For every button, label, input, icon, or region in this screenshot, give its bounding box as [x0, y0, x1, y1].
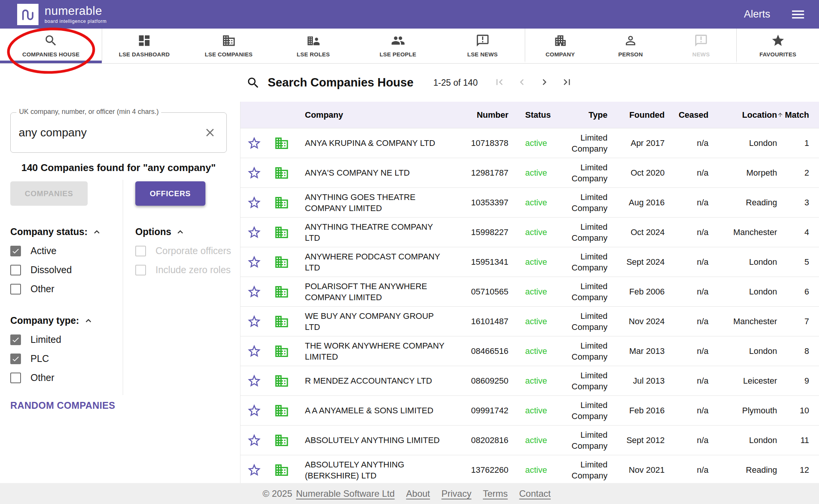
news-icon — [476, 34, 490, 48]
buildings-icon — [274, 433, 289, 448]
table-row[interactable]: WE BUY ANY COMPANY GROUP LTD16101487acti… — [240, 307, 819, 336]
filter-section-title[interactable]: Options — [135, 226, 240, 237]
tab-lse-companies[interactable]: LSE COMPANIES — [186, 29, 271, 63]
next-page-icon[interactable] — [539, 76, 550, 90]
company-building-icon — [268, 373, 295, 389]
col-header-type[interactable]: Type — [554, 109, 607, 120]
table-row[interactable]: ANYTHING THEATRE COMPANY LTD15998227acti… — [240, 218, 819, 247]
filter-plc[interactable]: PLC — [10, 353, 123, 364]
top-bar: numerable board intelligence platform Al… — [0, 0, 819, 29]
company-ceased: n/a — [665, 346, 708, 356]
tab-person[interactable]: PERSON — [595, 29, 666, 63]
filter-dissolved[interactable]: Dissolved — [10, 264, 123, 275]
page-title: Search Companies House — [268, 76, 414, 90]
table-row[interactable]: ANYWHERE PODCAST COMPANY LTD15951341acti… — [240, 247, 819, 277]
filter-limited[interactable]: Limited — [10, 334, 123, 345]
hamburger-menu-icon[interactable] — [790, 6, 806, 22]
table-row[interactable]: ANYA'S COMPANY NE LTD12981787activeLimit… — [240, 158, 819, 188]
company-status: active — [508, 346, 554, 356]
table-row[interactable]: ABSOLUTELY ANYTHING LIMITED08202816activ… — [240, 426, 819, 455]
tab-lse-roles[interactable]: LSE ROLES — [271, 29, 356, 63]
checkbox-plc[interactable] — [10, 354, 21, 364]
table-row[interactable]: POLARISOFT THE ANYWHERE COMPANY LIMITED0… — [240, 277, 819, 307]
checkbox-label: Other — [30, 372, 54, 383]
table-row[interactable]: R MENDEZ ACCOUNTANCY LTD08609250activeLi… — [240, 366, 819, 396]
tab-lse-people[interactable]: LSE PEOPLE — [356, 29, 440, 63]
filter-other[interactable]: Other — [10, 372, 123, 383]
footer-link-contact[interactable]: Contact — [519, 488, 551, 499]
favourite-star-icon[interactable] — [240, 225, 268, 240]
buildings-icon — [274, 225, 289, 240]
favourite-star-icon[interactable] — [240, 433, 268, 448]
col-header-number[interactable]: Number — [451, 110, 508, 120]
company-founded: Feb 2006 — [607, 287, 665, 297]
tab-lse-dashboard[interactable]: LSE DASHBOARD — [102, 29, 186, 63]
clear-search-icon[interactable] — [204, 126, 216, 139]
filter-other[interactable]: Other — [10, 283, 123, 294]
footer-link-privacy[interactable]: Privacy — [441, 488, 471, 499]
company-name: POLARISOFT THE ANYWHERE COMPANY LIMITED — [295, 281, 451, 303]
alerts-button[interactable]: Alerts — [744, 8, 770, 20]
col-header-founded[interactable]: Founded — [607, 110, 665, 120]
footer-link-about[interactable]: About — [406, 488, 430, 499]
results-count: 140 Companies found for "any company" — [10, 162, 227, 174]
tab-companies-house[interactable]: COMPANIES HOUSE — [0, 29, 102, 63]
company-ceased: n/a — [665, 198, 708, 208]
favourite-star-icon[interactable] — [240, 373, 268, 389]
favourite-star-icon[interactable] — [240, 462, 268, 478]
last-page-icon[interactable] — [561, 76, 573, 90]
filter-active[interactable]: Active — [10, 245, 123, 256]
person-icon — [623, 34, 638, 48]
company-match: 8 — [777, 346, 819, 356]
table-row[interactable]: A A ANYAMELE & SONS LIMITED09991742activ… — [240, 396, 819, 426]
footer-link-numerable-software-ltd[interactable]: Numerable Software Ltd — [296, 488, 395, 499]
table-row[interactable]: THE WORK ANYWHERE COMPANY LIMITED0846651… — [240, 336, 819, 366]
col-header-company[interactable]: Company — [295, 109, 451, 120]
col-header-location[interactable]: Location — [708, 110, 777, 120]
officers-button[interactable]: OFFICERS — [135, 181, 205, 206]
table-row[interactable]: ABSOLUTELY ANYTHING (BERKSHIRE) LTD13762… — [240, 455, 819, 485]
company-building-icon — [268, 314, 295, 329]
company-location: London — [708, 287, 777, 297]
buildings-icon — [222, 34, 236, 48]
tab-lse-news[interactable]: LSE NEWS — [440, 29, 525, 63]
company-status: active — [508, 406, 554, 416]
filter-section-title[interactable]: Company status: — [10, 226, 123, 237]
favourite-star-icon[interactable] — [240, 344, 268, 359]
checkbox-dissolved[interactable] — [10, 265, 21, 275]
favourite-star-icon[interactable] — [240, 403, 268, 418]
filter-section-title[interactable]: Company type: — [10, 315, 123, 326]
company-match: 12 — [777, 465, 819, 475]
news-icon — [694, 34, 708, 48]
favourite-star-icon[interactable] — [240, 284, 268, 299]
tab-favourites[interactable]: FAVOURITES — [736, 29, 819, 63]
company-building-icon — [268, 462, 295, 478]
checkbox-other[interactable] — [10, 373, 21, 383]
favourite-star-icon[interactable] — [240, 165, 268, 181]
table-row[interactable]: ANYA KRUPINA & COMPANY LTD10718378active… — [240, 128, 819, 158]
favourite-star-icon[interactable] — [240, 314, 268, 329]
company-status: active — [508, 435, 554, 445]
col-header-ceased[interactable]: Ceased — [665, 110, 708, 120]
table-row[interactable]: ANYTHING GOES THEATRE COMPANY LIMITED103… — [240, 188, 819, 218]
footer-link-terms[interactable]: Terms — [483, 488, 508, 499]
numerable-logo[interactable]: numerable board intelligence platform — [17, 4, 107, 25]
checkbox-limited[interactable] — [10, 334, 21, 345]
checkbox-label: Other — [30, 283, 54, 294]
col-header-status[interactable]: Status — [508, 110, 554, 120]
search-input[interactable] — [11, 113, 226, 152]
random-companies-link[interactable]: RANDOM COMPANIES — [10, 400, 115, 411]
people-icon — [391, 34, 405, 48]
checkbox-active[interactable] — [10, 246, 21, 256]
company-ceased: n/a — [665, 287, 708, 297]
company-type: Limited Company — [554, 162, 607, 184]
search-field-label: UK company, number, or officer (min 4 ch… — [16, 108, 161, 116]
company-location: Manchester — [708, 227, 777, 237]
company-type: Limited Company — [554, 340, 607, 362]
favourite-star-icon[interactable] — [240, 136, 268, 151]
tab-company[interactable]: COMPANY — [525, 29, 595, 63]
checkbox-other[interactable] — [10, 284, 21, 294]
favourite-star-icon[interactable] — [240, 254, 268, 270]
col-header-match[interactable]: Match — [777, 110, 819, 120]
favourite-star-icon[interactable] — [240, 195, 268, 210]
